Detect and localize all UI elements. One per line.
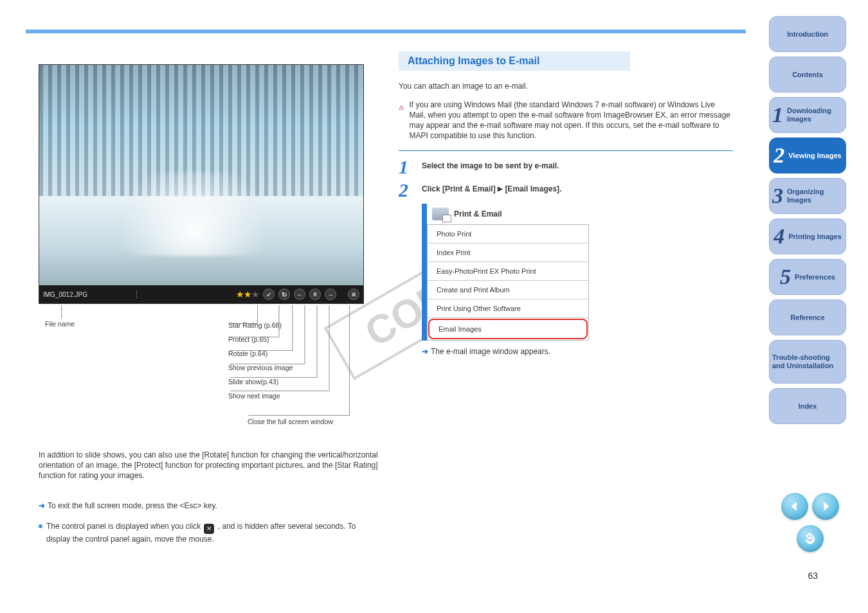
- top-rule: [26, 30, 746, 33]
- chapter-sidebar: Introduction Contents 1Downloading Image…: [769, 16, 853, 429]
- x-icon: ✕: [204, 524, 214, 534]
- warning-block: If you are using Windows Mail (the stand…: [399, 100, 733, 141]
- warning-icon: [399, 100, 404, 115]
- star-rating[interactable]: ★★★: [236, 289, 259, 299]
- bullet-icon: [39, 524, 42, 528]
- step2-pre: Click [Print & Email]: [422, 184, 498, 193]
- arrow-icon: ➜: [422, 347, 428, 356]
- printer-icon: [432, 208, 449, 220]
- filename-label: IMG_0012.JPG: [43, 291, 87, 298]
- triangle-icon: ▶: [498, 185, 503, 192]
- tab-label: Trouble-shooting and Uninstallation: [772, 353, 843, 369]
- step-text: Click [Print & Email] ▶ [Email Images].: [422, 181, 561, 193]
- tab-label: Viewing Images: [788, 152, 841, 160]
- menu-item-photo-print[interactable]: Photo Print: [428, 225, 588, 244]
- step-text: Select the image to be sent by e-mail.: [422, 157, 559, 170]
- step-number: 1: [399, 157, 415, 177]
- bullet-text: The control panel is displayed when you …: [46, 521, 379, 544]
- callout-item: Slide show(p.43): [228, 378, 333, 392]
- step-2: 2 Click [Print & Email] ▶ [Email Images]…: [399, 181, 733, 200]
- tab-1[interactable]: 1Downloading Images: [769, 97, 846, 133]
- print-email-menu: Print & Email Photo Print Index Print Ea…: [422, 204, 589, 341]
- step-number: 2: [399, 181, 415, 200]
- tab-number: 3: [772, 183, 783, 208]
- menu-item-create-album[interactable]: Create and Print Album: [428, 281, 588, 299]
- tab-label: Preferences: [795, 273, 835, 281]
- menu-item-other-software[interactable]: Print Using Other Software: [428, 299, 588, 318]
- tab-number: 1: [772, 102, 783, 127]
- callout-item: Star Rating (p.68): [228, 321, 333, 335]
- tab-introduction[interactable]: Introduction: [769, 16, 846, 52]
- callout-item: Close the full screen window: [248, 418, 333, 432]
- viewer-control-bar: IMG_0012.JPG ★★★ ✓ ↻ ← II → ✕: [39, 285, 363, 303]
- return-button[interactable]: [797, 525, 824, 552]
- bullet-pre: The control panel is displayed when you …: [46, 522, 201, 531]
- callout-item: Show previous image: [228, 364, 333, 378]
- tab-label: Contents: [792, 71, 823, 79]
- svg-rect-17: [401, 107, 402, 108]
- arrow-icon: ➜: [39, 501, 45, 511]
- tab-label: Introduction: [787, 30, 828, 39]
- prev-page-button[interactable]: [781, 493, 808, 520]
- protect-icon[interactable]: ✓: [263, 289, 275, 300]
- tab-reference[interactable]: Reference: [769, 299, 846, 335]
- tab-label: Index: [799, 402, 817, 411]
- tab-number: 2: [773, 143, 784, 168]
- prev-image-icon[interactable]: ←: [294, 289, 305, 300]
- callout-item: Show next image: [228, 392, 333, 406]
- callout-item: Rotate (p.64): [228, 350, 333, 364]
- tab-label: Printing Images: [788, 233, 842, 241]
- tab-label: Reference: [790, 314, 824, 322]
- tab-contents[interactable]: Contents: [769, 57, 846, 93]
- email-section: Attaching Images to E-mail You can attac…: [399, 51, 733, 356]
- fullscreen-preview: IMG_0012.JPG ★★★ ✓ ↻ ← II → ✕: [39, 64, 364, 304]
- callout-stack: Star Rating (p.68) Protect (p.65) Rotate…: [228, 321, 333, 432]
- result-text: The e-mail image window appears.: [431, 347, 550, 356]
- menu-item-index-print[interactable]: Index Print: [428, 244, 588, 262]
- tab-troubleshoot[interactable]: Trouble-shooting and Uninstallation: [769, 340, 846, 384]
- exit-hint: To exit the full screen mode, press the …: [48, 501, 217, 511]
- tab-index[interactable]: Index: [769, 388, 846, 424]
- step2-post: [Email Images].: [505, 184, 561, 193]
- viewer-screenshot-area: IMG_0012.JPG ★★★ ✓ ↻ ← II → ✕: [39, 64, 386, 304]
- svg-rect-18: [401, 108, 402, 109]
- tab-number: 5: [780, 264, 791, 289]
- tab-number: 4: [773, 224, 784, 249]
- callout-item: Protect (p.65): [228, 335, 333, 350]
- callout-filename: File name: [45, 320, 75, 328]
- slideshow-icon[interactable]: II: [309, 289, 321, 300]
- page-number: 63: [808, 571, 818, 581]
- blurb-text: In addition to slide shows, you can also…: [39, 450, 379, 481]
- menu-header[interactable]: Print & Email: [422, 204, 589, 224]
- section-heading: Attaching Images to E-mail: [399, 51, 630, 71]
- menu-header-label: Print & Email: [454, 209, 502, 218]
- tab-5[interactable]: 5Preferences: [769, 259, 846, 295]
- tab-4[interactable]: 4Printing Images: [769, 218, 846, 254]
- section-intro: You can attach an image to an e-mail.: [399, 81, 733, 92]
- next-image-icon[interactable]: →: [325, 289, 336, 300]
- tab-2[interactable]: 2Viewing Images: [769, 138, 846, 173]
- viewer-paragraph: In addition to slide shows, you can also…: [39, 450, 379, 544]
- menu-item-easy-photoprint[interactable]: Easy-PhotoPrint EX Photo Print: [428, 262, 588, 281]
- rotate-icon[interactable]: ↻: [278, 289, 290, 300]
- close-icon[interactable]: ✕: [348, 289, 359, 300]
- warning-text: If you are using Windows Mail (the stand…: [409, 100, 733, 141]
- glacier-image: [39, 65, 363, 303]
- tab-3[interactable]: 3Organizing Images: [769, 178, 846, 214]
- page-nav: [772, 493, 849, 552]
- next-page-button[interactable]: [812, 493, 839, 520]
- section-divider: [399, 150, 733, 151]
- menu-item-email-images[interactable]: Email Images: [428, 319, 588, 339]
- step-1: 1 Select the image to be sent by e-mail.: [399, 157, 733, 177]
- divider: [136, 290, 137, 299]
- tab-label: Downloading Images: [787, 107, 843, 123]
- tab-label: Organizing Images: [787, 188, 843, 204]
